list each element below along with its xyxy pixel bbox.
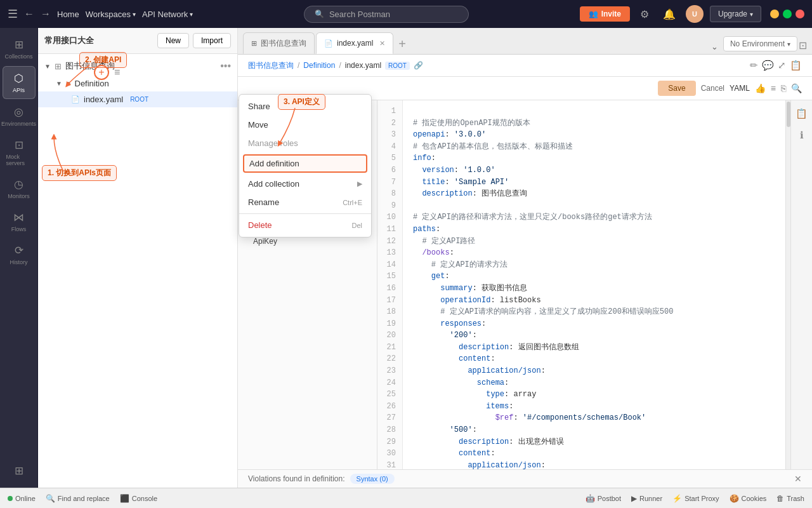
chevron-right-definition: ▼ [56, 80, 62, 87]
start-proxy-btn[interactable]: ⚡ Start Proxy [672, 494, 719, 503]
mock-servers-icon: ⊡ [15, 138, 23, 152]
runner-label: Runner [639, 495, 662, 502]
menu-item-share[interactable]: Share [239, 97, 371, 116]
thumbs-up-icon[interactable]: 👍 [755, 83, 766, 93]
win-minimize[interactable] [770, 10, 779, 18]
cancel-button[interactable]: Cancel [701, 84, 724, 93]
sidebar-icons: ⊞ Collections ⬡ APIs ◎ Environments ⊡ Mo… [0, 28, 38, 488]
add-tab-button[interactable]: + [395, 37, 410, 51]
sidebar-bottom-icon[interactable]: ⊞ [10, 459, 29, 483]
new-button[interactable]: New [157, 33, 189, 48]
sidebar-item-environments[interactable]: ◎ Environments [3, 100, 36, 132]
menu-icon[interactable]: ☰ [8, 7, 18, 21]
trash-btn[interactable]: 🗑 Trash [776, 494, 804, 503]
postbot-btn[interactable]: 🤖 Postbot [586, 494, 621, 503]
copy-icon[interactable]: ⎘ [781, 83, 786, 93]
upgrade-button[interactable]: Upgrade▾ [710, 6, 761, 22]
sidebar-item-apis[interactable]: ⬡ APIs [3, 66, 36, 99]
edit-icon[interactable]: ✏ [750, 60, 758, 71]
environments-icon: ◎ [14, 105, 23, 119]
save-button[interactable]: Save [658, 81, 695, 96]
api-network-menu[interactable]: API Network▾ [142, 10, 193, 19]
status-right: 🤖 Postbot ▶ Runner ⚡ Start Proxy 🍪 Cooki… [586, 494, 804, 503]
cookies-icon: 🍪 [730, 494, 739, 503]
tab-index-yaml[interactable]: 📄 index.yaml ✕ [316, 32, 393, 54]
history-icon: ⟳ [15, 244, 23, 257]
tab-books[interactable]: ⊞ 图书信息查询 [243, 32, 315, 54]
list-icon[interactable]: ≡ [114, 67, 120, 78]
env-selector[interactable]: No Environment ▾ [723, 36, 797, 51]
right-panel-btn2[interactable]: ℹ [797, 127, 806, 144]
syntax-badge[interactable]: Syntax (0) [350, 474, 395, 484]
win-close[interactable] [796, 10, 804, 18]
import-button[interactable]: Import [193, 33, 231, 48]
status-bar: Online 🔍 Find and replace ⬛ Console 🤖 Po… [0, 488, 812, 508]
env-settings-icon[interactable]: ⊡ [799, 39, 807, 51]
home-link[interactable]: Home [57, 10, 79, 19]
console-btn[interactable]: ⬛ Console [120, 494, 157, 503]
notifications-button[interactable]: 🔔 [659, 4, 679, 24]
list-view-icon[interactable]: ≡ [771, 83, 776, 93]
comment-icon[interactable]: 💬 [762, 60, 774, 71]
win-maximize[interactable] [783, 10, 792, 18]
definition-icon: ≡ [66, 79, 71, 88]
breadcrumb-tag: ROOT [385, 62, 410, 70]
avatar[interactable]: U [686, 5, 704, 23]
tabs-bar: ⊞ 图书信息查询 📄 index.yaml ✕ + ⌄ No Environme… [238, 28, 812, 55]
sidebar-item-collections[interactable]: ⊞ Collections [3, 33, 36, 65]
definition-label: Definition [75, 79, 109, 88]
flows-icon: ⋈ [13, 211, 24, 224]
code-content[interactable]: # 指定使用的OpenAPI规范的版本 openapi: '3.0.0' # 包… [403, 100, 785, 469]
sidebar-item-mock-servers[interactable]: ⊡ Mock servers [3, 133, 36, 171]
cookies-label: Cookies [742, 495, 767, 502]
search-bar[interactable]: 🔍 Search Postman [199, 6, 573, 23]
menu-item-delete[interactable]: Delete Del [239, 216, 371, 234]
menu-item-manage-roles[interactable]: Manage roles [239, 134, 371, 152]
right-panel-btn1[interactable]: 📋 [793, 105, 810, 122]
index-tab-icon: 📄 [324, 39, 333, 48]
postbot-icon: 🤖 [586, 494, 595, 503]
yaml-button[interactable]: YAML [730, 84, 750, 93]
breadcrumb-part1[interactable]: 图书信息查询 [248, 60, 294, 71]
settings-button[interactable]: ⚙ [636, 4, 653, 24]
invite-button[interactable]: 👥 Invite [580, 6, 630, 22]
tabs-dropdown[interactable]: ⌄ [711, 42, 718, 51]
nav-back[interactable]: ← [24, 8, 34, 20]
index-yaml-row[interactable]: 📄 index.yaml ROOT [38, 91, 237, 107]
menu-item-add-collection[interactable]: Add collection ▶ [239, 175, 371, 193]
sidebar-item-monitors[interactable]: ◷ Monitors [3, 173, 36, 204]
delete-shortcut: Del [351, 222, 362, 229]
breadcrumb-part2[interactable]: Definition [303, 61, 335, 70]
runner-btn[interactable]: ▶ Runner [631, 494, 662, 503]
context-menu: Share Move Manage roles Add definition A… [239, 94, 372, 237]
definition-row[interactable]: ▼ ≡ Definition [38, 76, 237, 91]
api-item-row[interactable]: ▼ ⊞ 图书信息查询 ••• [38, 57, 237, 76]
menu-item-rename[interactable]: Rename Ctrl+E [239, 193, 371, 211]
menu-item-move[interactable]: Move [239, 116, 371, 134]
find-replace-btn[interactable]: 🔍 Find and replace [46, 494, 110, 503]
online-status[interactable]: Online [8, 495, 36, 502]
index-tab-close[interactable]: ✕ [379, 39, 385, 48]
info-panel-icon[interactable]: 📋 [790, 60, 802, 71]
violations-close[interactable]: ✕ [794, 474, 802, 484]
window-controls [770, 10, 804, 18]
sidebar-item-flows[interactable]: ⋈ Flows [3, 206, 36, 237]
search-code-icon[interactable]: 🔍 [791, 83, 802, 93]
api-name-icon: ⊞ [55, 62, 62, 71]
api-more-icon[interactable]: ••• [220, 60, 231, 72]
expand-icon[interactable]: ⤢ [778, 60, 786, 71]
workspaces-menu[interactable]: Workspaces▾ [86, 10, 136, 19]
console-label: Console [132, 495, 157, 502]
trash-icon: 🗑 [776, 494, 784, 503]
cookies-btn[interactable]: 🍪 Cookies [730, 494, 767, 503]
link-icon[interactable]: 🔗 [414, 61, 423, 70]
sidebar-item-history[interactable]: ⟳ History [3, 239, 36, 271]
create-api-button[interactable]: + [94, 65, 109, 80]
flows-label: Flows [11, 226, 27, 232]
vertical-scrollbar[interactable] [785, 100, 790, 469]
menu-item-add-definition[interactable]: Add definition [243, 154, 367, 173]
add-collection-arrow: ▶ [357, 180, 362, 188]
nav-forward[interactable]: → [41, 8, 51, 20]
menu-sep [239, 213, 371, 214]
trash-label: Trash [787, 495, 804, 502]
